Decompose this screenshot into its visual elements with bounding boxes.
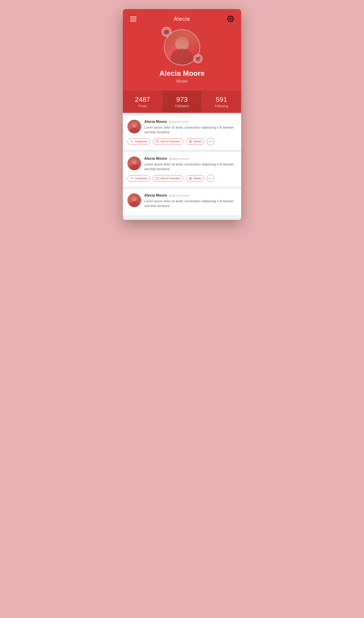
table-row: Alecia Moore @alecia-moore Lorem ipsum d… — [123, 152, 241, 187]
post-author-line: Alecia Moore @alecia-moore — [144, 193, 237, 197]
more-button[interactable]: ··· — [207, 138, 214, 145]
profile-name: Alecia Moore — [159, 69, 205, 78]
post-author-handle: @alecia-moore — [169, 120, 189, 124]
top-bar: Alecia — [123, 9, 241, 25]
post-actions: Answered Add to Favorites Delete — [127, 175, 237, 182]
feed-section: Alecia Moore @alecia-moore Lorem ipsum d… — [123, 113, 241, 220]
delete-button[interactable]: Delete — [186, 138, 204, 145]
edit-profile-button[interactable] — [193, 54, 202, 63]
answered-button[interactable]: Answered — [127, 175, 150, 182]
app-title: Alecia — [174, 16, 190, 22]
more-dots-icon: ··· — [209, 140, 212, 144]
profile-occupation: Model — [176, 79, 187, 84]
post-header: Alecia Moore @alecia-moore Lorem ipsum d… — [127, 120, 237, 135]
post-author-name: Alecia Moore — [144, 120, 167, 124]
post-avatar — [127, 120, 141, 133]
post-header: Alecia Moore @alecia-moore Lorem ipsum d… — [127, 193, 237, 209]
table-row: Alecia Moore @alecia-moore Lorem ipsum d… — [123, 115, 241, 150]
reply-icon — [130, 140, 133, 143]
hamburger-menu-icon[interactable] — [130, 17, 136, 21]
post-text: Lorem ipsum dolor sit amet, consectetur … — [144, 125, 237, 135]
post-avatar — [127, 193, 141, 207]
favorites-label: Add to Favorites — [160, 140, 180, 143]
heart-icon — [156, 177, 159, 180]
avatar-section: Alecia Moore Model — [123, 25, 241, 91]
post-text: Lorem ipsum dolor sit amet, consectetur … — [144, 199, 237, 209]
post-meta: Alecia Moore @alecia-moore Lorem ipsum d… — [144, 157, 237, 171]
table-row: Alecia Moore @alecia-moore Lorem ipsum d… — [123, 189, 241, 215]
post-header: Alecia Moore @alecia-moore Lorem ipsum d… — [127, 157, 237, 171]
posts-label: Posts — [139, 104, 146, 108]
delete-label: Delete — [193, 140, 201, 143]
post-author-line: Alecia Moore @alecia-moore — [144, 120, 237, 124]
answered-label: Answered — [135, 140, 147, 143]
more-dots-icon: ··· — [209, 176, 212, 180]
stat-followers[interactable]: 973 Followers — [162, 91, 202, 113]
settings-icon[interactable] — [227, 15, 234, 22]
profile-header: Alecia — [123, 9, 241, 113]
post-author-name: Alecia Moore — [144, 157, 167, 161]
answered-button[interactable]: Answered — [127, 138, 150, 145]
posts-count: 2487 — [135, 96, 150, 103]
more-button[interactable]: ··· — [207, 175, 214, 182]
avatar-wrapper — [164, 29, 200, 66]
post-author-name: Alecia Moore — [144, 193, 167, 197]
svg-point-0 — [230, 18, 231, 20]
post-text: Lorem ipsum dolor sit amet, consectetur … — [144, 162, 237, 171]
trash-icon — [189, 140, 192, 143]
following-count: 591 — [216, 96, 227, 103]
post-avatar — [127, 157, 141, 170]
post-meta: Alecia Moore @alecia-moore Lorem ipsum d… — [144, 120, 237, 135]
favorites-label: Add to Favorites — [160, 177, 180, 180]
followers-count: 973 — [176, 96, 188, 103]
reply-icon — [130, 177, 133, 180]
delete-label: Delete — [193, 177, 201, 180]
heart-icon — [156, 140, 159, 143]
post-author-handle: @alecia-moore — [169, 194, 189, 197]
post-author-handle: @alecia-moore — [169, 157, 189, 160]
post-author-line: Alecia Moore @alecia-moore — [144, 157, 237, 161]
post-meta: Alecia Moore @alecia-moore Lorem ipsum d… — [144, 193, 237, 209]
stat-following[interactable]: 591 Following — [202, 91, 241, 113]
favorites-button[interactable]: Add to Favorites — [153, 175, 183, 182]
stats-section: 2487 Posts 973 Followers 591 Following — [123, 91, 241, 113]
trash-icon — [189, 177, 192, 180]
delete-button[interactable]: Delete — [186, 175, 204, 182]
favorites-button[interactable]: Add to Favorites — [153, 138, 183, 145]
answered-label: Answered — [135, 177, 147, 180]
stat-posts[interactable]: 2487 Posts — [123, 91, 162, 113]
followers-label: Followers — [175, 104, 189, 108]
post-actions: Answered Add to Favorites Delete — [127, 138, 237, 145]
following-label: Following — [215, 104, 228, 108]
phone-container: Alecia — [123, 9, 241, 220]
